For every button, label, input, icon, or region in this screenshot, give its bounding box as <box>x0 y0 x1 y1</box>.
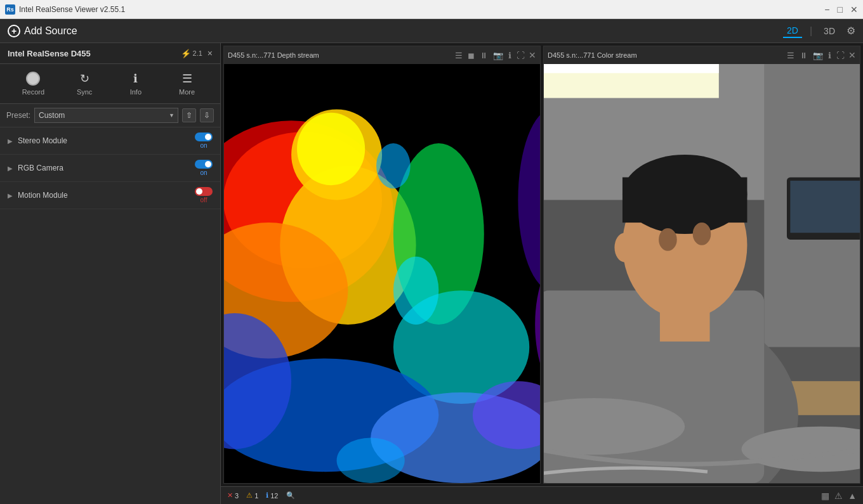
preset-row: Preset: Custom Default High Accuracy Hig… <box>0 104 220 127</box>
depth-chart-icon[interactable]: ◼ <box>466 50 476 61</box>
info-icon: ℹ <box>133 72 138 86</box>
stereo-module-toggle-container: on <box>195 132 213 149</box>
depth-stream-header: D455 s.n:...771 Depth stream ☰ ◼ ⏸ 📷 ℹ ⛶… <box>224 46 540 64</box>
color-expand-icon[interactable]: ⛶ <box>835 50 846 61</box>
toolbar-right: 2D | 3D ⚙ <box>783 24 855 38</box>
motion-module-toggle[interactable] <box>195 187 213 196</box>
statusbar-alert-icon[interactable]: ⚠ <box>834 491 843 501</box>
sync-button[interactable]: ↻ Sync <box>59 69 110 98</box>
statusbar: ✕ 3 ⚠ 1 ℹ 12 🔍 ▦ ⚠ ▲ <box>221 486 863 504</box>
toolbar: + Add Source 2D | 3D ⚙ <box>0 19 863 43</box>
depth-visualization: 4 3 2 1 0 <box>224 64 540 483</box>
svg-rect-27 <box>544 64 719 73</box>
svg-rect-51 <box>790 181 860 233</box>
info-status: ℹ 12 <box>266 491 278 500</box>
streams-area: D455 s.n:...771 Depth stream ☰ ◼ ⏸ 📷 ℹ ⛶… <box>221 43 863 486</box>
svg-rect-39 <box>660 307 710 342</box>
svg-point-17 <box>337 438 405 483</box>
depth-stream-actions: ☰ ◼ ⏸ 📷 ℹ ⛶ ✕ <box>454 50 536 61</box>
status-info-icon: ℹ <box>266 491 268 500</box>
svg-point-36 <box>659 228 677 251</box>
plus-icon: + <box>8 25 20 37</box>
close-button[interactable]: ✕ <box>850 4 858 15</box>
color-pause-icon[interactable]: ⏸ <box>798 50 809 61</box>
usb-icon: ⚡ <box>181 49 191 58</box>
titlebar: Rs Intel RealSense Viewer v2.55.1 − □ ✕ <box>0 0 863 19</box>
stereo-module-toggle[interactable] <box>195 132 213 141</box>
device-close-button[interactable]: × <box>208 48 213 58</box>
depth-pause-icon[interactable]: ⏸ <box>478 50 489 61</box>
color-stream-actions: ☰ ⏸ 📷 ℹ ⛶ ✕ <box>786 50 856 61</box>
error-count: 3 <box>235 492 239 500</box>
info-count: 12 <box>270 492 278 500</box>
color-info-icon[interactable]: ℹ <box>827 50 833 61</box>
color-list-icon[interactable]: ☰ <box>786 50 796 61</box>
rgb-camera-arrow: ▶ <box>8 165 13 172</box>
color-close-button[interactable]: ✕ <box>848 50 856 60</box>
rgb-camera-toggle[interactable] <box>195 160 213 169</box>
preset-select[interactable]: Custom Default High Accuracy High Densit… <box>34 108 178 123</box>
statusbar-right: ▦ ⚠ ▲ <box>821 491 857 501</box>
minimize-button[interactable]: − <box>824 4 829 15</box>
stereo-module-item[interactable]: ▶ Stereo Module on <box>0 127 220 155</box>
window-controls[interactable]: − □ ✕ <box>824 4 858 15</box>
depth-close-button[interactable]: ✕ <box>529 50 536 60</box>
app-title: Intel RealSense Viewer v2.55.1 <box>19 5 125 14</box>
rgb-camera-item[interactable]: ▶ RGB Camera on <box>0 155 220 182</box>
depth-list-icon[interactable]: ☰ <box>454 50 464 61</box>
svg-rect-35 <box>623 178 748 223</box>
rgb-camera-name: RGB Camera <box>18 164 195 172</box>
depth-expand-icon[interactable]: ⛶ <box>515 50 526 61</box>
warning-status: ⚠ 1 <box>246 491 258 500</box>
view-3d-button[interactable]: 3D <box>820 25 839 37</box>
stereo-module-arrow: ▶ <box>8 138 13 145</box>
usb-badge: ⚡ 2.1 <box>181 49 202 58</box>
add-source-button[interactable]: + Add Source <box>8 25 77 37</box>
device-controls: Record ↻ Sync ℹ Info ☰ More <box>0 64 220 104</box>
settings-icon[interactable]: ⚙ <box>847 25 855 37</box>
sidebar: Intel RealSense D455 ⚡ 2.1 × Record ↻ <box>0 43 221 504</box>
device-right: ⚡ 2.1 × <box>181 48 213 58</box>
warning-count: 1 <box>254 492 258 500</box>
rgb-camera-toggle-container: on <box>195 160 213 176</box>
stereo-module-name: Stereo Module <box>18 136 195 145</box>
svg-point-13 <box>393 257 438 325</box>
main-view: D455 s.n:...771 Depth stream ☰ ◼ ⏸ 📷 ℹ ⛶… <box>221 43 863 504</box>
motion-module-arrow: ▶ <box>8 192 13 199</box>
error-icon: ✕ <box>227 491 233 500</box>
svg-point-12 <box>376 143 411 188</box>
depth-stream-content: 4 3 2 1 0 <box>224 64 540 483</box>
color-visualization <box>544 64 860 483</box>
color-camera-icon[interactable]: 📷 <box>812 50 824 61</box>
depth-camera-icon[interactable]: 📷 <box>492 50 504 61</box>
search-icon[interactable]: 🔍 <box>286 491 295 500</box>
more-label: More <box>179 88 195 96</box>
more-button[interactable]: ☰ More <box>161 69 213 98</box>
view-2d-button[interactable]: 2D <box>783 24 802 38</box>
svg-point-37 <box>693 223 711 245</box>
preset-save-button[interactable]: ⇩ <box>200 108 214 122</box>
color-stream-content <box>544 64 860 483</box>
record-label: Record <box>22 88 44 96</box>
svg-point-38 <box>614 233 635 262</box>
add-source-label: Add Source <box>24 25 77 37</box>
depth-stream-panel: D455 s.n:...771 Depth stream ☰ ◼ ⏸ 📷 ℹ ⛶… <box>223 46 541 484</box>
color-stream-panel: D455 s.n:...771 Color stream ☰ ⏸ 📷 ℹ ⛶ ✕ <box>543 46 860 484</box>
info-label: Info <box>130 88 142 96</box>
statusbar-chevron-icon[interactable]: ▲ <box>848 491 857 501</box>
depth-info-icon[interactable]: ℹ <box>507 50 513 61</box>
more-icon: ☰ <box>182 72 192 86</box>
preset-upload-button[interactable]: ⇧ <box>182 108 196 122</box>
motion-module-toggle-container: off <box>195 187 213 204</box>
error-status: ✕ 3 <box>227 491 239 500</box>
statusbar-stream-icon[interactable]: ▦ <box>821 491 829 501</box>
maximize-button[interactable]: □ <box>838 4 843 15</box>
motion-module-toggle-label: off <box>201 197 208 204</box>
preset-label: Preset: <box>6 111 30 120</box>
svg-point-6 <box>297 113 365 185</box>
warning-icon: ⚠ <box>246 491 253 500</box>
record-button[interactable]: Record <box>8 69 59 98</box>
motion-module-item[interactable]: ▶ Motion Module off <box>0 182 220 209</box>
info-button[interactable]: ℹ Info <box>110 69 162 98</box>
sync-label: Sync <box>77 88 92 96</box>
